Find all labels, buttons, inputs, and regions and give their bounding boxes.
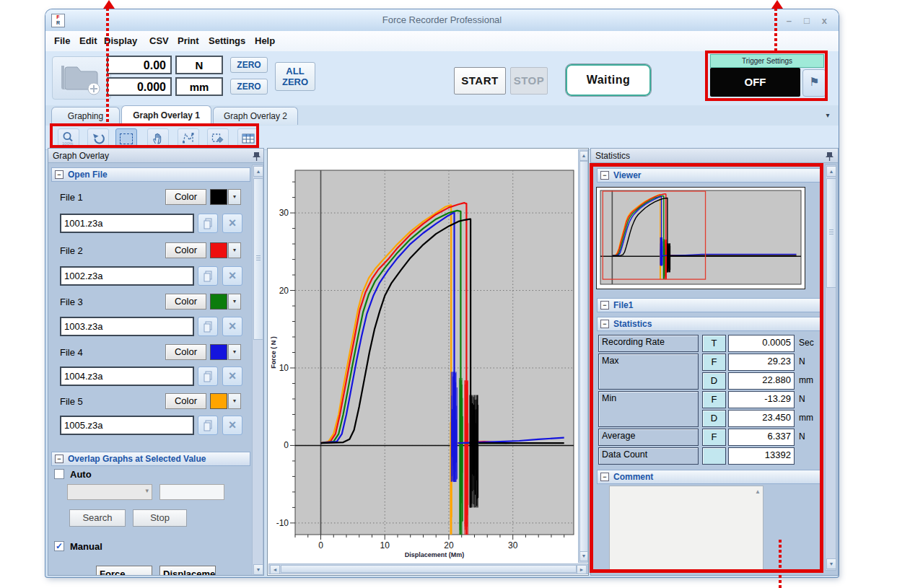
- collapse-icon[interactable]: −: [600, 473, 609, 481]
- file-3-browse-button[interactable]: [198, 317, 218, 336]
- tab-graph-overlay-2[interactable]: Graph Overlay 2: [213, 107, 298, 125]
- close-button[interactable]: x: [822, 15, 827, 26]
- scroll-up-icon[interactable]: ▲: [579, 151, 588, 161]
- file-1-color-swatch[interactable]: [210, 189, 227, 205]
- maximize-button[interactable]: □: [804, 15, 810, 26]
- file-3-remove-button[interactable]: ×: [222, 317, 242, 336]
- tab-list-caret-button[interactable]: ▾: [821, 109, 834, 122]
- clear-selection-button[interactable]: [207, 128, 229, 149]
- comment-textarea[interactable]: ▲: [609, 486, 763, 571]
- undo-button[interactable]: [87, 128, 109, 149]
- tab-graph-overlay-1[interactable]: Graph Overlay 1: [121, 105, 211, 126]
- left-panel-scrollbar[interactable]: ▲ ▼: [252, 164, 263, 576]
- menu-settings[interactable]: Settings: [209, 31, 245, 51]
- file-3-color-dropdown[interactable]: ▾: [228, 294, 241, 310]
- menu-help[interactable]: Help: [255, 31, 275, 51]
- file-5-name-input[interactable]: 1005.z3a: [60, 416, 194, 435]
- file-5-browse-button[interactable]: [198, 416, 218, 435]
- start-button[interactable]: START: [454, 67, 506, 95]
- displacement-zero-button[interactable]: ZERO: [230, 79, 268, 95]
- stat-key-d: D: [702, 372, 726, 390]
- file-2-color-dropdown[interactable]: ▾: [228, 242, 241, 258]
- scroll-right-icon[interactable]: ►: [577, 565, 587, 574]
- scroll-up-icon[interactable]: ▲: [755, 488, 761, 495]
- manual-checkbox[interactable]: ✓: [54, 541, 64, 551]
- statistics-section-header[interactable]: − Statistics: [597, 317, 823, 331]
- statistics-panel-scrollbar[interactable]: ▲ ▼: [825, 164, 836, 571]
- scrollbar-thumb[interactable]: [253, 178, 263, 340]
- chart-horizontal-scrollbar[interactable]: ◄ ►: [268, 563, 588, 574]
- file-2-browse-button[interactable]: [198, 266, 218, 286]
- scroll-up-icon[interactable]: ▲: [253, 166, 263, 177]
- annotation-top-right-arrow: [771, 0, 783, 9]
- collapse-icon[interactable]: −: [600, 320, 609, 328]
- file-4-name-input[interactable]: 1004.z3a: [60, 367, 194, 386]
- file-5-color-swatch[interactable]: [210, 393, 227, 409]
- scroll-down-icon[interactable]: ▼: [253, 564, 263, 575]
- pan-button[interactable]: [147, 128, 169, 149]
- file-2-name-input[interactable]: 1002.z3a: [60, 266, 194, 286]
- stop-button[interactable]: STOP: [510, 67, 548, 95]
- annotation-bottom-right-dotted-line: [779, 540, 782, 588]
- file-5-color-dropdown[interactable]: ▾: [228, 393, 241, 409]
- chart-vertical-scrollbar[interactable]: ▲ ▼: [578, 149, 588, 563]
- trigger-flag-button[interactable]: ⚑: [802, 69, 826, 97]
- file-2-color-swatch[interactable]: [210, 242, 227, 258]
- menu-print[interactable]: Print: [178, 31, 199, 51]
- chart-overview-viewer[interactable]: [596, 187, 805, 289]
- tab-graphing[interactable]: Graphing: [51, 107, 120, 125]
- menu-edit[interactable]: Edit: [79, 31, 97, 51]
- minimize-button[interactable]: –: [787, 15, 792, 26]
- all-zero-button[interactable]: ALL ZERO: [275, 62, 315, 91]
- polygon-select-button[interactable]: [178, 128, 199, 149]
- zoom-100-button[interactable]: 100%: [58, 128, 79, 149]
- menu-file[interactable]: File: [54, 31, 70, 51]
- file-5-remove-button[interactable]: ×: [222, 416, 242, 435]
- scrollbar-thumb[interactable]: [826, 178, 836, 288]
- file-4-color-dropdown[interactable]: ▾: [228, 344, 241, 360]
- scrollbar-thumb[interactable]: [281, 565, 577, 573]
- overlap-stop-button[interactable]: Stop: [133, 509, 187, 527]
- open-file-section-header[interactable]: − Open File: [51, 167, 250, 182]
- svg-text:0: 0: [284, 440, 289, 450]
- scroll-down-icon[interactable]: ▼: [579, 551, 588, 561]
- open-file-button[interactable]: [52, 56, 111, 100]
- menu-csv[interactable]: CSV: [149, 31, 169, 51]
- file-1-browse-button[interactable]: [198, 214, 218, 233]
- file-1-color-dropdown[interactable]: ▾: [228, 189, 241, 205]
- force-zero-button[interactable]: ZERO: [230, 57, 268, 73]
- collapse-icon[interactable]: −: [600, 301, 609, 310]
- pin-icon[interactable]: [253, 152, 261, 161]
- viewer-section-header[interactable]: − Viewer: [597, 168, 823, 183]
- file-3-name-input[interactable]: 1003.z3a: [60, 317, 194, 336]
- force-mode-button[interactable]: Force: [96, 566, 152, 576]
- file1-section-header[interactable]: − File1: [597, 298, 823, 312]
- file-3-color-swatch[interactable]: [210, 294, 227, 310]
- comment-section-header[interactable]: − Comment: [597, 470, 823, 484]
- search-button[interactable]: Search: [69, 509, 126, 527]
- pin-icon[interactable]: [826, 152, 833, 161]
- data-table-button[interactable]: [237, 128, 259, 149]
- search-target-dropdown[interactable]: ▾: [67, 484, 152, 500]
- file-4-browse-button[interactable]: [198, 367, 218, 386]
- scroll-up-icon[interactable]: ▲: [826, 166, 836, 177]
- collapse-icon[interactable]: −: [600, 171, 609, 180]
- scroll-left-icon[interactable]: ◄: [270, 565, 280, 574]
- rect-select-button[interactable]: [115, 128, 137, 149]
- file-1-name-input[interactable]: 1001.z3a: [60, 214, 194, 233]
- overlap-section-header[interactable]: − Overlap Graphs at Selected Value: [51, 452, 250, 466]
- force-displacement-chart[interactable]: 0102030-100102030Displacement (Mm)Force …: [268, 149, 578, 561]
- search-value-input[interactable]: [159, 484, 224, 500]
- file-2-remove-button[interactable]: ×: [222, 266, 242, 286]
- folder-plus-icon: [53, 57, 109, 97]
- auto-checkbox[interactable]: [54, 469, 64, 479]
- scrollbar-thumb[interactable]: [579, 161, 588, 552]
- file-4-color-swatch[interactable]: [210, 344, 227, 360]
- file-1-remove-button[interactable]: ×: [222, 214, 242, 233]
- collapse-icon[interactable]: −: [55, 455, 64, 463]
- statistics-panel-title: Statistics: [591, 149, 838, 163]
- file-4-remove-button[interactable]: ×: [222, 367, 242, 386]
- collapse-icon[interactable]: −: [55, 170, 64, 179]
- scroll-down-icon[interactable]: ▼: [826, 558, 836, 569]
- displacement-mode-button[interactable]: Displaceme: [159, 566, 216, 576]
